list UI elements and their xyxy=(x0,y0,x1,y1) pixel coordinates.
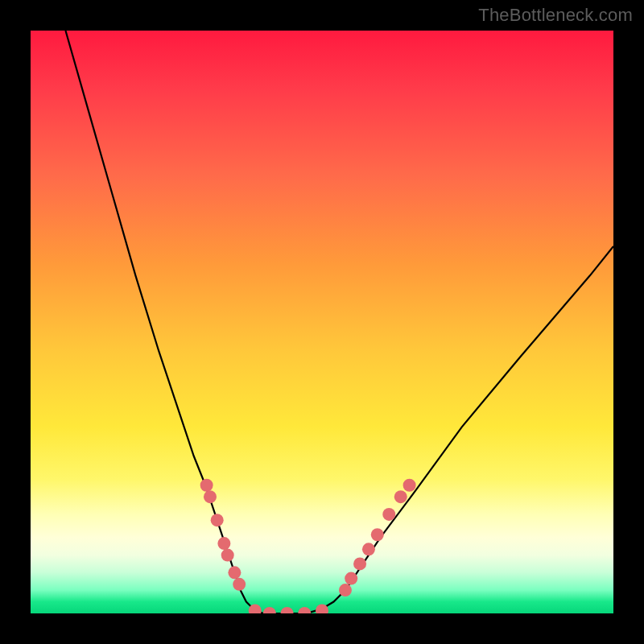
highlight-dot xyxy=(362,543,375,555)
highlight-dot xyxy=(211,514,224,526)
highlight-dot xyxy=(298,607,311,613)
bottleneck-curve-path xyxy=(65,31,613,613)
highlight-dot xyxy=(263,607,276,613)
highlight-dot xyxy=(382,508,395,521)
highlight-dot xyxy=(353,557,366,570)
highlight-dot xyxy=(204,490,217,503)
highlight-dot xyxy=(228,566,241,579)
plot-area xyxy=(31,31,613,613)
highlight-dot xyxy=(200,479,213,492)
highlight-dot xyxy=(339,584,352,597)
series-bottleneck-curve xyxy=(65,31,613,613)
watermark-text: TheBottleneck.com xyxy=(478,5,633,26)
highlight-dot xyxy=(221,549,234,562)
highlight-dot xyxy=(345,572,357,585)
highlight-dot xyxy=(281,607,294,613)
highlight-dot xyxy=(217,537,230,550)
highlight-dots-group xyxy=(200,479,416,613)
highlight-dot xyxy=(371,528,384,541)
highlight-dot xyxy=(403,479,416,492)
chart-frame: TheBottleneck.com xyxy=(0,0,644,644)
highlight-dot xyxy=(233,578,246,591)
highlight-dot xyxy=(394,490,407,503)
chart-svg xyxy=(31,31,613,613)
